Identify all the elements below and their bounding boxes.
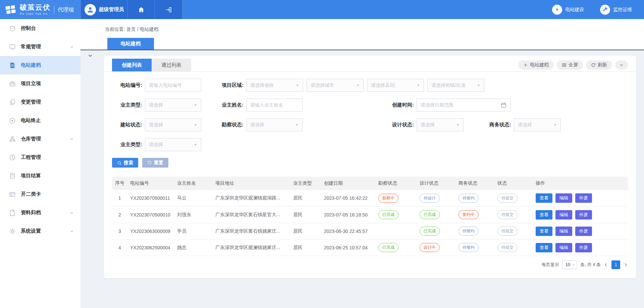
project-address: 广东深圳龙华区观澜镇姚家庄... bbox=[213, 239, 290, 256]
column-header: 项目地址 bbox=[213, 177, 290, 190]
sidebar-item-label: 系统设置 bbox=[21, 228, 41, 234]
plus-icon bbox=[523, 63, 528, 67]
view-button[interactable]: 查看 bbox=[536, 243, 552, 252]
status-pill: 待签约 bbox=[459, 227, 479, 236]
sidebar-item-target[interactable]: 电站终止 bbox=[0, 111, 80, 130]
sidebar-item-pie[interactable]: 工程管理 bbox=[0, 148, 80, 167]
caret-down-icon: ▼ bbox=[553, 123, 557, 127]
sidebar-item-sitemap[interactable]: 仓库管理 bbox=[0, 130, 80, 148]
caret-down-icon: ▼ bbox=[456, 123, 460, 127]
more-button[interactable] bbox=[615, 60, 628, 70]
owner_name-input[interactable]: 请输入业主姓名 bbox=[246, 99, 303, 112]
page-tab[interactable]: 电站建档 bbox=[107, 38, 154, 50]
logout-icon bbox=[165, 6, 172, 13]
prev-page-button[interactable] bbox=[604, 262, 608, 267]
next-page-button[interactable] bbox=[623, 262, 628, 267]
owner_type-select[interactable]: 请选择▼ bbox=[145, 99, 201, 112]
user-menu[interactable]: 超级管理员 bbox=[80, 0, 127, 19]
station_no-input[interactable]: 请输入电站编号 bbox=[145, 79, 201, 92]
status-pill: 待提交 bbox=[497, 227, 518, 236]
logo: 破茧云伏 Po Jian Yun Fu 代理端 bbox=[0, 0, 80, 19]
refresh-button[interactable]: 刷新 bbox=[586, 60, 612, 70]
tab-created-list[interactable]: 创建列表 bbox=[112, 59, 152, 71]
caret-down-icon: ▼ bbox=[417, 83, 420, 87]
view-button[interactable]: 查看 bbox=[536, 227, 552, 236]
user-avatar-icon bbox=[85, 4, 96, 15]
wrench-icon bbox=[600, 5, 610, 15]
logo-title: 破茧云伏 bbox=[20, 4, 51, 11]
void-button[interactable]: 作废 bbox=[575, 210, 592, 220]
column-header: 勘察状态 bbox=[376, 177, 417, 190]
edit-button[interactable]: 编辑 bbox=[555, 243, 572, 252]
chevron-down-icon bbox=[70, 45, 74, 49]
business_status-select[interactable]: 请选择▼ bbox=[514, 118, 561, 131]
sidebar-item-gear[interactable]: 系统设置 bbox=[0, 222, 80, 240]
column-header: 状态 bbox=[495, 177, 533, 190]
view-button[interactable]: 查看 bbox=[536, 210, 552, 220]
status-pill: 已完成 bbox=[420, 227, 440, 236]
quick-link-lightning[interactable]: 电站建设 bbox=[552, 5, 584, 15]
create_time-input[interactable]: 请选择日期范围 bbox=[417, 99, 511, 112]
sidebar-item-copy[interactable]: 变更管理 bbox=[0, 93, 80, 111]
card-icon bbox=[9, 191, 16, 198]
filter-form: 电站编号:请输入电站编号项目区域:请选择省份▼请选择城市▼请选择县/区▼请选择村… bbox=[104, 72, 636, 151]
sidebar-item-card[interactable]: 开二类卡 bbox=[0, 185, 80, 203]
page-1-button[interactable]: 1 bbox=[611, 260, 620, 269]
home-button[interactable] bbox=[127, 0, 155, 19]
build_status-label: 建站状态: bbox=[112, 122, 142, 128]
status-pill: 已完成 bbox=[378, 243, 398, 252]
sidebar-item-briefcase[interactable]: 项目立项 bbox=[0, 74, 80, 93]
fullscreen-button[interactable]: 全屏 bbox=[557, 60, 583, 70]
build_status-select[interactable]: 请选择▼ bbox=[145, 118, 201, 131]
breadcrumb-label: 当前位置: bbox=[105, 26, 125, 32]
province-select[interactable]: 请选择省份▼ bbox=[246, 79, 303, 92]
sidebar-item-document[interactable]: 电站建档 bbox=[0, 56, 80, 74]
edit-button[interactable]: 编辑 bbox=[555, 210, 572, 220]
fullscreen-icon bbox=[562, 63, 567, 67]
search-button[interactable]: 搜索 bbox=[112, 158, 138, 168]
owner-name: 马云 bbox=[174, 190, 213, 206]
sidebar-item-label: 项目结算 bbox=[21, 173, 41, 179]
sidebar-item-monitor[interactable]: 常规管理 bbox=[0, 38, 80, 56]
sidebar-item-archive[interactable]: 资料归档 bbox=[0, 203, 80, 222]
project-address: 广东深圳龙华区黄石镇姚家庄... bbox=[213, 223, 290, 239]
logout-button[interactable] bbox=[155, 0, 182, 19]
page-header-strip: 当前位置: 首页 / 电站建档 电站建档 bbox=[80, 19, 644, 50]
edit-button[interactable]: 编辑 bbox=[555, 193, 572, 203]
logo-icon bbox=[5, 4, 17, 16]
search-icon bbox=[117, 161, 122, 165]
town-select[interactable]: 请选择村镇/街道▼ bbox=[427, 79, 484, 92]
tab-passed-list[interactable]: 通过列表 bbox=[152, 59, 191, 71]
void-button[interactable]: 作废 bbox=[575, 193, 592, 203]
void-button[interactable]: 作废 bbox=[575, 243, 592, 252]
created-date: 2023-06-30 22:45:57 bbox=[321, 223, 376, 239]
design_status-select[interactable]: 请选择▼ bbox=[417, 118, 464, 131]
sidebar-item-calculator[interactable]: 项目结算 bbox=[0, 167, 80, 185]
sidebar-item-label: 项目立项 bbox=[21, 80, 41, 87]
view-button[interactable]: 查看 bbox=[536, 193, 552, 203]
stations-table: 序号电站编号业主姓名项目地址业主类型创建日期勘察状态设计状态商务状态状态操作 1… bbox=[112, 177, 628, 256]
sidebar-item-label: 资料归档 bbox=[21, 209, 41, 216]
per-page-select[interactable]: 10 bbox=[562, 260, 577, 269]
header-quick-links: 电站建设监控运维 bbox=[552, 0, 644, 19]
status-pill: 已完成 bbox=[378, 210, 398, 219]
owner_type2-select[interactable]: 请选择▼ bbox=[145, 138, 201, 151]
survey_status-select[interactable]: 请选择▼ bbox=[246, 118, 303, 131]
caret-down-icon: ▼ bbox=[295, 123, 299, 127]
district-select[interactable]: 请选择县/区▼ bbox=[367, 79, 424, 92]
calculator-icon bbox=[9, 173, 16, 179]
created-date: 2023-06-25 10:57:04 bbox=[321, 239, 376, 256]
quick-link-wrench[interactable]: 监控运维 bbox=[600, 5, 632, 15]
add-station-button[interactable]: 电站建档 bbox=[518, 60, 554, 70]
edit-button[interactable]: 编辑 bbox=[555, 227, 572, 236]
reset-button[interactable]: 重置 bbox=[142, 158, 168, 168]
column-header: 设计状态 bbox=[417, 177, 456, 190]
city-select[interactable]: 请选择城市▼ bbox=[307, 79, 364, 92]
content-area: 当前位置: 首页 / 电站建档 电站建档 创建列表通过列表 电站建档全屏刷新 电… bbox=[80, 19, 644, 308]
sidebar-item-gauge[interactable]: 控制台 bbox=[0, 19, 80, 38]
column-header: 创建日期 bbox=[321, 177, 376, 190]
status-pill: 已完成 bbox=[420, 210, 440, 219]
logo-subtitle: Po Jian Yun Fu bbox=[20, 12, 51, 15]
table-row: 4 YX2023062500004 姚忠 广东深圳龙华区观澜镇姚家庄... 居民… bbox=[112, 239, 628, 256]
void-button[interactable]: 作废 bbox=[575, 227, 592, 236]
